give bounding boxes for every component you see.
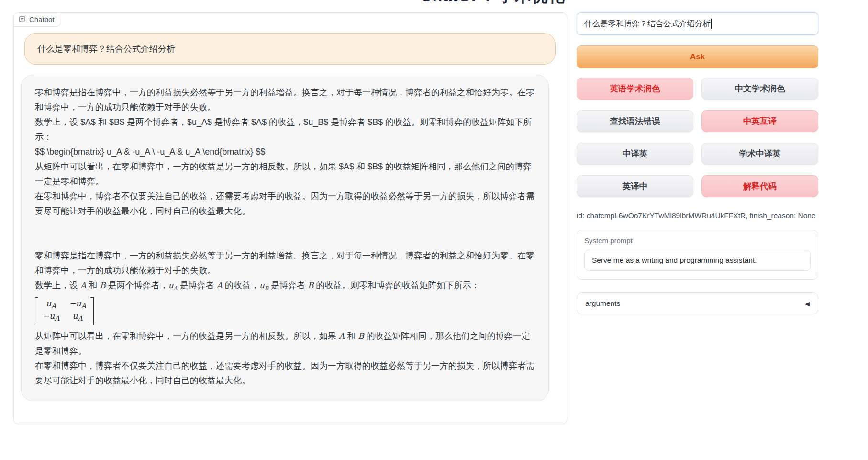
user-message: 什么是零和博弈？结合公式介绍分析 <box>24 33 556 65</box>
quick-button-explain-code[interactable]: 解释代码 <box>701 175 818 197</box>
question-input[interactable]: 什么是零和博弈？结合公式介绍分析 <box>577 12 818 35</box>
quick-button-chinese-polish[interactable]: 中文学术润色 <box>701 78 818 100</box>
matrix-left-bracket <box>35 297 38 325</box>
system-prompt-value: Serve me as a writing and programming as… <box>592 256 757 265</box>
quick-button-zh-en-mutual[interactable]: 中英互译 <box>701 110 818 132</box>
text-segment: 的收益， <box>223 280 259 290</box>
accordion-collapse-icon: ◀ <box>805 300 810 307</box>
text-segment: 是博弈者 <box>178 280 217 290</box>
text-segment: 是博弈者 <box>268 280 308 290</box>
math-var: uA <box>168 280 178 290</box>
system-prompt-panel: System prompt Serve me as a writing and … <box>577 230 818 280</box>
status-line: id: chatcmpl-6wOo7KrYTwMl89lbrMWRu4UkFFX… <box>577 212 818 220</box>
bot-rendered-line: 在零和博弈中，博弈者不仅要关注自己的收益，还需要考虑对手的收益。因为一方取得的收… <box>35 359 535 388</box>
arguments-accordion-label: arguments <box>585 299 620 308</box>
matrix-cell: uA <box>69 311 86 324</box>
bot-rendered-line: 零和博弈是指在博弈中，一方的利益损失必然等于另一方的利益增益。换言之，对于每一种… <box>35 248 535 278</box>
quick-button-english-polish[interactable]: 英语学术润色 <box>577 78 693 100</box>
bot-raw-line: 零和博弈是指在博弈中，一方的利益损失必然等于另一方的利益增益。换言之，对于每一种… <box>35 85 535 115</box>
matrix-right-bracket <box>90 297 94 325</box>
text-segment: 和 <box>345 331 358 341</box>
app-layout: Chatbot 什么是零和博弈？结合公式介绍分析 零和博弈是指在博弈中，一方的利… <box>13 12 818 424</box>
matrix-cell: uA <box>43 299 59 311</box>
bot-raw-line: 在零和博弈中，博弈者不仅要关注自己的收益，还需要考虑对手的收益。因为一方取得的收… <box>35 189 535 219</box>
bot-raw-latex-line: $$ \begin{bmatrix} u_A & -u_A \ -u_A & u… <box>35 145 535 159</box>
quick-button-academic-zh-en[interactable]: 学术中译英 <box>701 143 818 165</box>
math-var: B <box>308 280 314 290</box>
chat-messages: 什么是零和博弈？结合公式介绍分析 零和博弈是指在博弈中，一方的利益损失必然等于另… <box>14 13 567 401</box>
system-prompt-label: System prompt <box>584 236 811 245</box>
math-var: A <box>217 280 223 290</box>
user-message-text: 什么是零和博弈？结合公式介绍分析 <box>37 44 175 54</box>
quick-actions-grid: 英语学术润色 中文学术润色 查找语法错误 中英互译 中译英 学术中译英 英译中 … <box>577 78 818 197</box>
chatbot-panel: Chatbot 什么是零和博弈？结合公式介绍分析 零和博弈是指在博弈中，一方的利… <box>13 12 567 424</box>
question-input-value: 什么是零和博弈？结合公式介绍分析 <box>584 19 711 29</box>
bot-paragraph-rendered: 零和博弈是指在博弈中，一方的利益损失必然等于另一方的利益增益。换言之，对于每一种… <box>35 248 535 388</box>
matrix-cell: −uA <box>43 311 59 324</box>
text-segment: 和 <box>86 280 100 290</box>
bot-message: 零和博弈是指在博弈中，一方的利益损失必然等于另一方的利益增益。换言之，对于每一种… <box>21 75 549 401</box>
text-segment: 的收益。则零和博弈的收益矩阵如下所示： <box>314 280 480 290</box>
chatbot-panel-label-text: Chatbot <box>29 15 55 23</box>
payoff-matrix-line: uA −uA −uA uA <box>35 297 535 328</box>
bot-paragraph-raw: 零和博弈是指在博弈中，一方的利益损失必然等于另一方的利益增益。换言之，对于每一种… <box>35 85 535 219</box>
math-var: B <box>358 331 364 341</box>
quick-button-find-grammar[interactable]: 查找语法错误 <box>577 110 693 132</box>
bot-raw-line: 从矩阵中可以看出，在零和博弈中，一方的收益是另一方的相反数。所以，如果 $A$ … <box>35 159 535 189</box>
quick-button-zh-to-en[interactable]: 中译英 <box>577 143 693 165</box>
text-segment: 从矩阵中可以看出，在零和博弈中，一方的收益是另一方的相反数。所以，如果 <box>35 331 339 341</box>
text-caret <box>711 19 712 29</box>
bot-raw-line: 数学上，设 $A$ 和 $B$ 是两个博弈者，$u_A$ 是博弈者 $A$ 的收… <box>35 115 535 145</box>
text-segment: 是两个博弈者， <box>106 280 168 290</box>
payoff-matrix: uA −uA −uA uA <box>35 297 94 325</box>
ask-button[interactable]: Ask <box>577 45 818 68</box>
chatbot-panel-label: Chatbot <box>14 13 61 27</box>
page-title: ChatGPT 学术优化 <box>420 0 565 7</box>
math-var: A <box>80 280 86 290</box>
matrix-cell: −uA <box>69 299 86 311</box>
text-segment: 数学上，设 <box>35 280 80 290</box>
math-var: uB <box>259 280 268 290</box>
math-var: A <box>339 331 345 341</box>
control-sidebar: 什么是零和博弈？结合公式介绍分析 Ask 英语学术润色 中文学术润色 查找语法错… <box>577 12 818 314</box>
bot-rendered-math-intro: 数学上，设 A 和 B 是两个博弈者，uA 是博弈者 A 的收益，uB 是博弈者… <box>35 278 535 296</box>
system-prompt-input[interactable]: Serve me as a writing and programming as… <box>584 250 811 271</box>
quick-button-en-to-zh[interactable]: 英译中 <box>577 175 693 197</box>
chat-bubble-icon <box>19 16 26 23</box>
arguments-accordion[interactable]: arguments ◀ <box>577 292 818 314</box>
bot-rendered-line: 从矩阵中可以看出，在零和博弈中，一方的收益是另一方的相反数。所以，如果 A 和 … <box>35 329 535 359</box>
math-var: B <box>100 280 106 290</box>
